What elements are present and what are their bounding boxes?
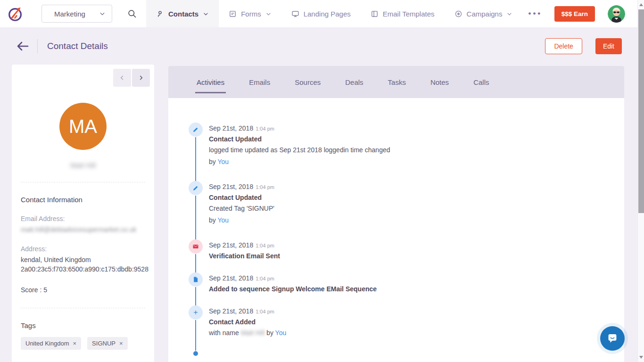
chevron-down-icon (99, 10, 106, 17)
contact-information-heading: Contact Information (21, 196, 145, 204)
app-logo-icon[interactable] (7, 5, 25, 23)
nav-item-email-templates[interactable]: Email Templates (361, 0, 445, 27)
arrow-left-icon[interactable] (17, 41, 29, 51)
content-area: MA Matt Hill Contact Information Email A… (0, 65, 637, 362)
divider (21, 182, 145, 182)
user-link[interactable]: You (217, 158, 229, 165)
activity-date-row: Sep 21st, 20181:04 pm (209, 307, 286, 315)
chevron-left-icon (119, 74, 125, 81)
edit-button[interactable]: Edit (595, 38, 622, 54)
delete-button[interactable]: Delete (545, 38, 582, 54)
activity-item: + Sep 21st, 20181:04 pm Contact Added wi… (189, 305, 624, 350)
next-contact-button[interactable] (132, 69, 150, 87)
contact-detail-panel: Activities Emails Sources Deals Tasks No… (168, 66, 624, 362)
form-icon (229, 10, 237, 18)
activity-title: Contact Updated (209, 194, 274, 201)
nav-item-campaigns[interactable]: Campaigns (445, 0, 523, 27)
chevron-down-icon (506, 11, 512, 17)
monitor-icon (291, 10, 299, 18)
activity-date-row: Sep 21st, 20181:04 pm (209, 182, 274, 191)
nav-item-label: Campaigns (467, 10, 503, 18)
nav-item-label: Email Templates (383, 10, 435, 18)
tab-tasks[interactable]: Tasks (376, 66, 418, 98)
nav-item-landing-pages[interactable]: Landing Pages (281, 0, 361, 27)
tag-label: United Kingdom (25, 340, 69, 347)
address-line-1: kendal, United Kingdom (21, 255, 145, 264)
page-title: Contact Details (47, 41, 108, 51)
tab-calls[interactable]: Calls (461, 66, 501, 98)
main-nav-menu: Contacts Forms Landing Pages Email Templ… (146, 0, 522, 27)
tab-notes[interactable]: Notes (418, 66, 461, 98)
tab-emails[interactable]: Emails (237, 66, 282, 98)
contact-name-blurred: Matt Hill (12, 161, 154, 169)
activity-date-row: Sep 21st, 20181:04 pm (209, 274, 377, 282)
chat-widget-button[interactable] (600, 326, 625, 351)
address-label: Address: (21, 245, 145, 253)
tags-section: Tags United Kingdom × SIGNUP × Add (12, 321, 154, 362)
activity-item: Sep 21st, 20181:04 pm Added to sequence … (189, 272, 624, 305)
user-avatar[interactable] (608, 5, 625, 23)
document-icon (192, 276, 199, 283)
activity-title: Verification Email Sent (209, 252, 280, 260)
user-link[interactable]: You (275, 329, 287, 337)
vertical-scrollbar[interactable] (637, 0, 644, 362)
activity-timeline: Sep 21st, 20181:04 pm Contact Updated lo… (189, 123, 624, 356)
nav-item-contacts[interactable]: Contacts (146, 0, 219, 27)
activity-title: Added to sequence Signup Welcome EMail S… (209, 285, 377, 293)
chevron-right-icon (138, 74, 144, 81)
scroll-up-icon[interactable] (639, 3, 643, 6)
remove-tag-icon[interactable]: × (73, 340, 77, 347)
more-menu-icon[interactable]: ••• (528, 9, 542, 18)
tab-activities[interactable]: Activities (184, 66, 237, 98)
previous-contact-button[interactable] (113, 69, 131, 87)
activity-byline: by You (209, 215, 274, 225)
email-value-blurred: matt.hill@debtadvicesupermarket.co.uk (21, 225, 145, 234)
contact-information-section: Contact Information Email Address: matt.… (12, 196, 154, 294)
scrollbar-thumb[interactable] (638, 9, 644, 213)
scroll-down-icon[interactable] (639, 356, 643, 359)
person-icon (156, 10, 164, 18)
contact-score: Score : 5 (21, 286, 145, 294)
divider (21, 308, 145, 308)
activity-byline: by You (209, 157, 390, 166)
pencil-icon (192, 126, 199, 133)
timeline-end-dot (193, 351, 198, 356)
top-navigation: Marketing Contacts Forms Landing Pages (0, 0, 637, 28)
address-line-2: 2a00:23c5:f703:6500:a990:c175:dbdb:9528 (21, 265, 145, 273)
chevron-down-icon (203, 11, 209, 17)
campaign-icon (454, 10, 462, 18)
tag-chip: United Kingdom × (21, 337, 81, 350)
chevron-down-icon (265, 11, 272, 17)
tab-deals[interactable]: Deals (333, 66, 375, 98)
tab-sources[interactable]: Sources (282, 66, 333, 98)
user-link[interactable]: You (217, 216, 229, 224)
activity-description: Created Tag 'SIGNUP' (209, 204, 274, 213)
tags-heading: Tags (21, 321, 145, 329)
product-switcher-value: Marketing (54, 10, 85, 18)
activity-item: Sep 21st, 20181:04 pm Contact Updated Cr… (189, 181, 624, 239)
nav-item-label: Landing Pages (304, 10, 351, 18)
pencil-icon (192, 185, 199, 191)
activity-item: Sep 21st, 20181:04 pm Verification Email… (189, 239, 624, 272)
header-actions: Delete Edit (545, 38, 622, 54)
activity-title: Contact Added (209, 318, 286, 326)
earn-button[interactable]: $$$ Earn (554, 6, 595, 22)
contact-name-blurred: Matt Hill (241, 329, 265, 337)
search-icon[interactable] (127, 9, 137, 18)
tag-list: United Kingdom × SIGNUP × (21, 337, 145, 350)
product-switcher-dropdown[interactable]: Marketing (41, 5, 112, 23)
contact-pager (12, 65, 154, 87)
remove-tag-icon[interactable]: × (119, 340, 123, 347)
activity-item: Sep 21st, 20181:04 pm Contact Updated lo… (189, 123, 624, 181)
header-divider (37, 39, 38, 53)
activity-title: Contact Updated (209, 135, 390, 143)
nav-item-forms[interactable]: Forms (219, 0, 281, 27)
activity-description: logged time updated as Sep 21st 2018 log… (209, 145, 390, 155)
chat-bubble-icon (605, 331, 619, 346)
email-label: Email Address: (21, 215, 145, 222)
plus-icon: + (193, 309, 198, 316)
contact-avatar: MA (59, 103, 107, 150)
activity-date-row: Sep 21st, 20181:04 pm (209, 241, 280, 249)
activity-date-row: Sep 21st, 20181:04 pm (209, 124, 390, 132)
tag-label: SIGNUP (92, 340, 116, 347)
